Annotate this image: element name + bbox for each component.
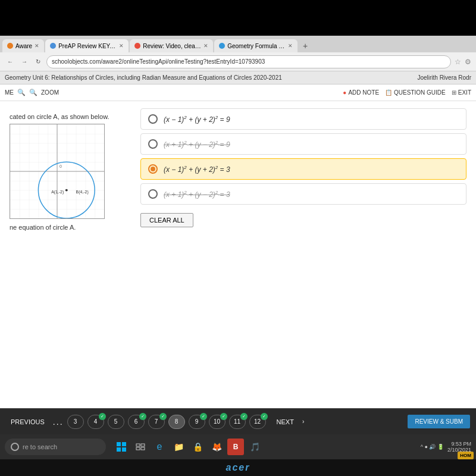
bookmark-icon[interactable]: ☆ <box>455 58 461 66</box>
address-bar: ← → ↻ ☆ ⚙ <box>0 52 476 71</box>
next-arrow: › <box>302 418 304 425</box>
toolbar: ME 🔍 🔍 ZOOM ● ADD NOTE 📋 QUESTION GUIDE … <box>0 84 476 101</box>
search-icon: 🔍 <box>17 89 26 96</box>
clock-area: 9:53 PM 2/10/2021 <box>447 441 471 453</box>
question-area: cated on circle A, as shown below. <box>0 101 476 408</box>
task-view-icon[interactable] <box>132 439 149 455</box>
svg-rect-8 <box>117 442 121 446</box>
tab-close-2[interactable]: ✕ <box>119 43 124 49</box>
svg-text:0: 0 <box>60 164 62 168</box>
right-panel: (x − 1)2 + (y + 2)2 = 9 (x + 1)2 + (y − … <box>140 108 466 401</box>
page-6[interactable]: 6 ✓ <box>128 415 145 429</box>
previous-button[interactable]: PREVIOUS <box>6 416 49 428</box>
radio-selected-indicator <box>151 167 155 171</box>
answer-choice-4[interactable]: (x + 1)2 + (y − 2)2 = 3 <box>140 183 466 205</box>
taskbar-icons: e 📁 🔒 🦊 B 🎵 <box>113 439 263 455</box>
tab-close-4[interactable]: ✕ <box>288 43 293 49</box>
answer-choice-3[interactable]: (x − 1)2 + (y + 2)2 = 3 <box>140 158 466 180</box>
edge-icon[interactable]: e <box>151 439 168 455</box>
tab-close-3[interactable]: ✕ <box>203 43 208 49</box>
coordinate-graph: A(1,-2) B(4,-2) 0 <box>10 124 104 218</box>
windows-icon[interactable] <box>113 439 130 455</box>
nav-dots: ... <box>53 417 64 427</box>
page-3[interactable]: 3 <box>67 415 84 429</box>
svg-rect-10 <box>117 447 121 452</box>
page-8[interactable]: 8 <box>168 415 185 429</box>
add-note-icon: ● <box>343 89 346 96</box>
radio-1[interactable] <box>148 114 158 124</box>
page-5[interactable]: 5 <box>108 415 124 429</box>
search-plus-icon: 🔍 <box>29 89 37 96</box>
check-10: ✓ <box>220 413 227 420</box>
tab-1[interactable]: Aware ✕ <box>2 39 44 52</box>
page-7[interactable]: 7 ✓ <box>148 415 165 429</box>
answer-choice-2[interactable]: (x + 1)2 + (y − 2)2 = 9 <box>140 133 466 155</box>
check-7: ✓ <box>159 413 167 420</box>
check-6: ✓ <box>139 413 146 420</box>
radio-3[interactable] <box>148 164 158 174</box>
exit-button[interactable]: ⊞ EXIT <box>452 89 471 96</box>
taskbar-icons-system: ^ ● 🔊 🔋 <box>421 444 444 450</box>
hdmi-badge: HOM <box>458 452 474 459</box>
page-12[interactable]: 12 ✓ <box>249 415 266 429</box>
reload-button[interactable]: ↻ <box>33 57 43 66</box>
review-submit-button[interactable]: REVIEW & SUBM <box>408 415 470 428</box>
time-display: 9:53 PM <box>447 441 471 447</box>
taskbar: re to search <box>0 434 476 476</box>
page-4[interactable]: 4 ✓ <box>87 415 104 429</box>
zoom-button[interactable]: ZOOM <box>41 89 59 96</box>
question-intro: cated on circle A, as shown below. <box>10 113 129 120</box>
svg-rect-14 <box>136 447 140 450</box>
question-bottom: ne equation of circle A. <box>10 224 129 231</box>
check-9: ✓ <box>200 413 207 420</box>
b-icon[interactable]: B <box>227 439 244 455</box>
extensions-icon[interactable]: ⚙ <box>465 58 471 66</box>
firefox-icon[interactable]: 🦊 <box>208 439 225 455</box>
tab-3[interactable]: Review: Video, clean copy, an... ✕ <box>130 39 213 52</box>
radio-2[interactable] <box>148 139 158 149</box>
forward-button[interactable]: → <box>19 57 30 66</box>
next-button[interactable]: NEXT <box>272 416 299 428</box>
music-icon[interactable]: 🎵 <box>246 439 263 455</box>
address-input[interactable] <box>46 55 451 68</box>
home-button[interactable]: ME <box>5 89 14 96</box>
svg-text:A(1,-2): A(1,-2) <box>51 190 64 195</box>
left-panel: cated on circle A, as shown below. <box>10 108 129 401</box>
exit-icon: ⊞ <box>452 89 456 96</box>
answer-text-2: (x + 1)2 + (y − 2)2 = 9 <box>164 140 230 149</box>
svg-point-4 <box>65 189 68 192</box>
tab-bar: Aware ✕ PreAP Review KEY.pdf - Goog... ✕… <box>0 36 476 52</box>
svg-rect-9 <box>122 442 126 446</box>
toolbar-left: ME 🔍 🔍 ZOOM <box>5 89 59 96</box>
page-9[interactable]: 9 ✓ <box>189 415 205 429</box>
back-button[interactable]: ← <box>5 57 15 66</box>
tab-close-1[interactable]: ✕ <box>35 43 39 49</box>
page-title: Geometry Unit 6: Relationships of Circle… <box>5 74 282 81</box>
svg-rect-13 <box>141 444 145 446</box>
tab-2[interactable]: PreAP Review KEY.pdf - Goog... ✕ <box>45 39 129 52</box>
lock-icon[interactable]: 🔒 <box>189 439 206 455</box>
check-12: ✓ <box>261 413 268 420</box>
graph-container: A(1,-2) B(4,-2) 0 <box>10 124 105 219</box>
toolbar-right: ● ADD NOTE 📋 QUESTION GUIDE ⊞ EXIT <box>343 89 471 96</box>
clear-all-button[interactable]: CLEAR ALL <box>140 213 193 227</box>
question-guide-button[interactable]: 📋 QUESTION GUIDE <box>385 89 446 96</box>
page-11[interactable]: 11 ✓ <box>229 415 246 429</box>
new-tab-button[interactable]: + <box>299 39 312 52</box>
page-10[interactable]: 10 ✓ <box>209 415 226 429</box>
add-note-button[interactable]: ● ADD NOTE <box>343 89 379 96</box>
search-bar[interactable]: re to search <box>5 439 106 455</box>
search-circle-icon <box>11 443 19 451</box>
tab-4[interactable]: Geometry Formula Chart (GG:... ✕ <box>214 39 298 52</box>
main-content: cated on circle A, as shown below. <box>0 101 476 408</box>
bottom-navigation: PREVIOUS ... 3 4 ✓ 5 6 ✓ 7 ✓ 8 9 <box>0 408 476 434</box>
svg-text:B(4,-2): B(4,-2) <box>76 190 89 195</box>
browser-window: Aware ✕ PreAP Review KEY.pdf - Goog... ✕… <box>0 36 476 434</box>
user-name: Joelirith Rivera Rodr <box>417 74 471 81</box>
answer-text-1: (x − 1)2 + (y + 2)2 = 9 <box>164 115 230 124</box>
file-explorer-icon[interactable]: 📁 <box>170 439 187 455</box>
svg-rect-15 <box>141 447 145 450</box>
taskbar-right: ^ ● 🔊 🔋 9:53 PM 2/10/2021 <box>421 441 471 453</box>
radio-4[interactable] <box>148 189 158 199</box>
answer-choice-1[interactable]: (x − 1)2 + (y + 2)2 = 9 <box>140 108 466 130</box>
